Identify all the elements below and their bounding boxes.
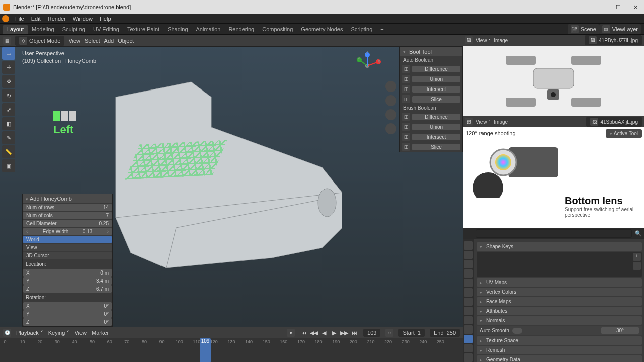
- viewlayer-selector[interactable]: ▤ViewLayer: [599, 24, 641, 34]
- object-menu[interactable]: Object: [118, 38, 134, 44]
- select-menu[interactable]: Select: [85, 38, 100, 44]
- ptab-viewlayer[interactable]: [464, 260, 473, 268]
- num-rows-field[interactable]: Num of rows14: [23, 204, 112, 211]
- minimize-button[interactable]: —: [596, 4, 607, 11]
- view-menu[interactable]: View: [68, 38, 80, 44]
- jump-start-button[interactable]: ⏮: [300, 330, 308, 336]
- play-reverse-button[interactable]: ◀: [320, 330, 328, 336]
- section-vertexcolors[interactable]: Vertex Colors: [477, 288, 642, 296]
- num-cols-field[interactable]: Num of cols7: [23, 212, 112, 219]
- align-cursor-option[interactable]: 3D Cursor: [23, 252, 112, 259]
- ptab-render[interactable]: [464, 241, 473, 250]
- scene-selector[interactable]: 🎬Scene: [568, 24, 599, 34]
- current-frame-field[interactable]: 109: [363, 329, 380, 337]
- image-selector-1[interactable]: 🖼41PByhUZ7lL.jpg: [585, 35, 642, 45]
- menu-window[interactable]: Window: [70, 15, 96, 23]
- tab-add[interactable]: +: [376, 25, 387, 34]
- honeycomb-mesh[interactable]: [125, 140, 227, 180]
- section-attributes[interactable]: Attributes: [477, 307, 642, 315]
- loc-z-field[interactable]: Z6.7 m: [23, 285, 112, 293]
- shapekeys-list[interactable]: + −: [477, 252, 642, 277]
- loc-y-field[interactable]: Y3.4 m: [23, 277, 112, 285]
- tab-geonodes[interactable]: Geometry Nodes: [297, 25, 347, 34]
- end-frame-field[interactable]: End 250: [430, 329, 460, 337]
- ptab-output[interactable]: [464, 251, 473, 259]
- ptab-particle[interactable]: [464, 307, 473, 315]
- cursor-tool[interactable]: ✛: [2, 61, 15, 74]
- menu-help[interactable]: Help: [97, 15, 114, 23]
- keyframe-next-button[interactable]: ▶▶: [340, 330, 348, 336]
- play-button[interactable]: ▶: [330, 330, 338, 336]
- tab-animation[interactable]: Animation: [192, 25, 225, 34]
- active-tool-panel[interactable]: Active Tool: [606, 129, 642, 138]
- main-3d-viewport[interactable]: Options ˅ User Perspective (109) Collect…: [0, 47, 463, 327]
- bool-tool-header[interactable]: Bool Tool: [400, 47, 462, 56]
- tab-layout[interactable]: Layout: [3, 25, 28, 34]
- zoom-icon[interactable]: [385, 81, 396, 92]
- timeline-ruler[interactable]: 109 010203040506070809010011012013014015…: [0, 338, 463, 362]
- autokey-toggle[interactable]: ●: [287, 329, 295, 337]
- section-facemaps[interactable]: Face Maps: [477, 297, 642, 306]
- brush-union-button[interactable]: Union: [412, 124, 460, 130]
- scale-tool[interactable]: ⤢: [2, 103, 15, 116]
- ptab-world[interactable]: [464, 279, 473, 287]
- rotate-tool[interactable]: ↻: [2, 89, 15, 102]
- brush-difference-button[interactable]: Difference: [412, 114, 460, 120]
- keying-menu[interactable]: Keying ˅: [48, 330, 70, 336]
- ptab-constraint[interactable]: [464, 325, 473, 334]
- move-tool[interactable]: ✥: [2, 75, 15, 88]
- tab-modeling[interactable]: Modeling: [28, 25, 58, 34]
- rot-x-field[interactable]: X0°: [23, 302, 112, 310]
- image-editor-icon[interactable]: 🖼: [465, 36, 473, 44]
- rot-y-field[interactable]: Y0°: [23, 310, 112, 318]
- tab-uvediting[interactable]: UV Editing: [89, 25, 123, 34]
- ptab-physics[interactable]: [464, 316, 473, 325]
- section-normals[interactable]: Normals: [477, 316, 642, 325]
- section-shapekeys[interactable]: Shape Keys: [477, 242, 642, 251]
- camera-icon[interactable]: [385, 109, 396, 120]
- operator-panel-header[interactable]: Add HoneyComb: [23, 194, 112, 203]
- img-view-menu[interactable]: View ˅: [476, 38, 491, 43]
- remove-shapekey-button[interactable]: −: [633, 262, 641, 270]
- timeline-playhead[interactable]: 109: [200, 338, 211, 362]
- marker-menu[interactable]: Marker: [92, 330, 109, 336]
- ptab-modifier[interactable]: [464, 298, 473, 306]
- add-tool[interactable]: ▣: [2, 159, 15, 172]
- auto-intersect-button[interactable]: Intersect: [412, 86, 460, 93]
- brush-slice-button[interactable]: Slice: [412, 144, 460, 150]
- add-shapekey-button[interactable]: +: [633, 253, 641, 261]
- reference-image-1[interactable]: [463, 46, 644, 116]
- nav-gizmo[interactable]: XYZ: [352, 51, 382, 81]
- image-selector-2[interactable]: 🖼41SbbuAXfjL.jpg: [586, 117, 642, 127]
- brush-intersect-button[interactable]: Intersect: [412, 134, 460, 140]
- ptab-data[interactable]: [464, 335, 473, 343]
- edge-width-field[interactable]: Edge Width0.13: [23, 228, 112, 235]
- tab-shading[interactable]: Shading: [164, 25, 192, 34]
- measure-tool[interactable]: 📏: [2, 145, 15, 158]
- section-texspace[interactable]: Texture Space: [477, 336, 642, 345]
- cell-diameter-field[interactable]: Cell Diameter0.25: [23, 220, 112, 227]
- ptab-object[interactable]: [464, 288, 473, 297]
- loc-x-field[interactable]: X0 m: [23, 269, 112, 277]
- search-icon[interactable]: 🔍: [635, 230, 642, 237]
- tab-sculpting[interactable]: Sculpting: [58, 25, 89, 34]
- annotate-tool[interactable]: ✎: [2, 131, 15, 144]
- auto-difference-button[interactable]: Difference: [412, 66, 460, 72]
- tab-compositing[interactable]: Compositing: [258, 25, 297, 34]
- menu-edit[interactable]: Edit: [28, 15, 44, 23]
- jump-end-button[interactable]: ⏭: [350, 330, 358, 336]
- image-editor-icon[interactable]: 🖼: [465, 118, 473, 126]
- tab-rendering[interactable]: Rendering: [224, 25, 258, 34]
- editor-type-icon[interactable]: ▦: [3, 37, 11, 45]
- img2-view-menu[interactable]: View ˅: [476, 119, 491, 125]
- rot-z-field[interactable]: Z0°: [23, 318, 112, 326]
- timeline-editor-icon[interactable]: 🕘: [3, 329, 11, 337]
- ptab-material[interactable]: [464, 344, 473, 353]
- start-frame-field[interactable]: Start 1: [398, 329, 424, 337]
- select-box-tool[interactable]: ▭: [2, 47, 15, 60]
- properties-search-input[interactable]: [476, 229, 632, 238]
- align-view-option[interactable]: View: [23, 244, 112, 251]
- ptab-scene[interactable]: [464, 269, 473, 278]
- maximize-button[interactable]: ☐: [613, 4, 624, 11]
- section-geodata[interactable]: Geometry Data: [477, 355, 642, 362]
